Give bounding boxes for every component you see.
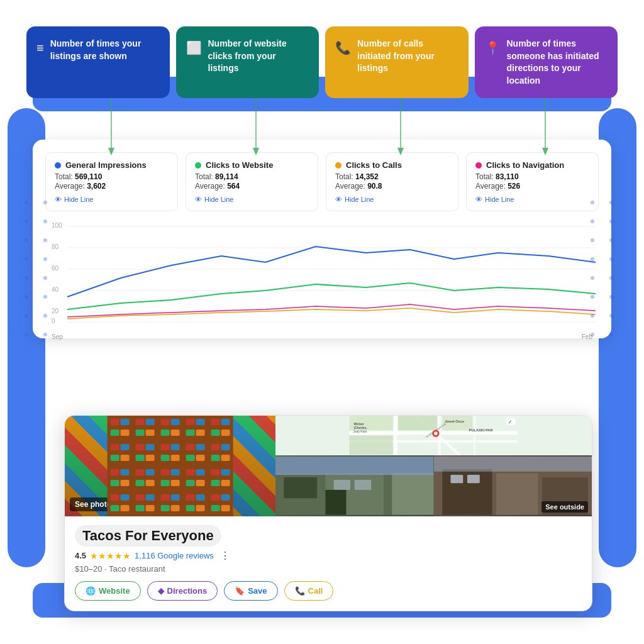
svg-text:40: 40: [52, 286, 59, 293]
dot-blue: [55, 162, 61, 169]
metric-avg-website: Average: 564: [195, 182, 309, 191]
call-phone-icon: 📞: [295, 586, 305, 596]
svg-rect-84: [334, 480, 350, 490]
svg-rect-67: [398, 416, 437, 430]
calls-icon: 📞: [335, 39, 351, 57]
eye-slash-icon-4: 👁: [475, 196, 482, 203]
svg-text:0: 0: [52, 318, 55, 325]
hide-line-website[interactable]: 👁 Hide Line: [195, 196, 309, 203]
svg-rect-62: [394, 416, 397, 455]
hide-line-calls[interactable]: 👁 Hide Line: [335, 196, 449, 203]
svg-text:(Charles,: (Charles,: [354, 426, 368, 430]
listing-map[interactable]: Wicker (Charles, Joel) Park Jewel-Osco P…: [275, 416, 592, 455]
metric-avg-navigation: Average: 526: [475, 182, 589, 191]
svg-rect-95: [450, 475, 463, 483]
svg-rect-92: [496, 474, 538, 515]
impressions-icon: ≡: [36, 39, 44, 57]
metric-total-impressions: Total: 569,110: [55, 172, 169, 181]
metric-card-calls: Clicks to Calls Total: 14,352 Average: 9…: [326, 152, 458, 211]
listing-right-photos: Wicker (Charles, Joel) Park Jewel-Osco P…: [275, 416, 592, 516]
svg-rect-64: [474, 416, 476, 455]
chart-x-labels: SepFeb: [45, 333, 599, 340]
svg-text:Joel) Park: Joel) Park: [353, 430, 367, 433]
save-bookmark-icon: 🔖: [235, 586, 245, 596]
listing-rating: 4.5 ★★★★★ 1,116 Google reviews ⋮: [75, 550, 582, 562]
street-photo-1[interactable]: [275, 455, 433, 516]
website-button[interactable]: 🌐 Website: [75, 581, 141, 601]
info-card-website: ⬜ Number of website clicks from your lis…: [176, 26, 319, 98]
main-photo-inner: See photos: [65, 416, 275, 516]
dot-orange: [335, 162, 341, 169]
metric-label-impressions: General Impressions: [65, 160, 147, 170]
svg-text:Jewel-Osco: Jewel-Osco: [445, 419, 465, 423]
info-card-impressions: ≡ Number of times your listings are show…: [26, 26, 170, 98]
listing-main-photo[interactable]: See photos: [65, 416, 275, 516]
dot-green: [195, 162, 201, 169]
svg-text:100: 100: [52, 222, 62, 229]
svg-text:⤢: ⤢: [508, 419, 512, 424]
website-icon: ⬜: [186, 39, 202, 57]
street-photo-2[interactable]: See outside: [434, 455, 592, 516]
main-container: ≡ Number of times your listings are show…: [14, 14, 630, 630]
svg-rect-87: [275, 457, 433, 475]
metric-label-navigation: Clicks to Navigation: [486, 160, 564, 170]
svg-rect-82: [284, 477, 317, 498]
metric-total-navigation: Total: 83,110: [475, 172, 589, 181]
metric-header-navigation: Clicks to Navigation: [475, 160, 589, 170]
hide-line-impressions[interactable]: 👁 Hide Line: [55, 196, 169, 203]
save-button[interactable]: 🔖 Save: [224, 581, 277, 601]
svg-text:60: 60: [52, 265, 59, 272]
svg-text:Wicker: Wicker: [354, 423, 364, 426]
metric-avg-calls: Average: 90.8: [335, 182, 449, 191]
directions-icon: 📍: [485, 39, 501, 57]
metric-card-website: Clicks to Website Total: 89,114 Average:…: [186, 152, 318, 211]
svg-rect-88: [326, 490, 347, 515]
metric-header-website: Clicks to Website: [195, 160, 309, 170]
info-card-calls: 📞 Number of calls initiated from your li…: [325, 26, 469, 98]
svg-rect-86: [392, 474, 433, 515]
svg-rect-85: [355, 480, 371, 490]
listing-info: Tacos For Everyone 4.5 ★★★★★ 1,116 Googl…: [65, 516, 592, 611]
chart-area: 100 80 60 40 20 0: [45, 221, 599, 328]
listing-street-photos: See outside: [275, 455, 592, 516]
map-svg: Wicker (Charles, Joel) Park Jewel-Osco P…: [275, 416, 592, 455]
hide-line-navigation[interactable]: 👁 Hide Line: [475, 196, 589, 203]
website-globe-icon: 🌐: [86, 586, 96, 596]
directions-button[interactable]: ◆ Directions: [147, 581, 218, 601]
svg-rect-96: [467, 475, 480, 483]
calls-text: Number of calls initiated from your list…: [357, 38, 458, 75]
svg-rect-69: [350, 436, 393, 455]
svg-rect-53: [108, 416, 233, 516]
reviews-link[interactable]: 1,116 Google reviews: [135, 551, 214, 560]
info-card-directions: 📍 Number of times someone has initiated …: [475, 26, 618, 98]
svg-text:20: 20: [52, 308, 59, 314]
metric-total-calls: Total: 14,352: [335, 172, 449, 181]
metric-header-calls: Clicks to Calls: [335, 160, 449, 170]
info-cards-row: ≡ Number of times your listings are show…: [26, 26, 618, 98]
rating-number: 4.5: [75, 551, 86, 560]
metric-card-navigation: Clicks to Navigation Total: 83,110 Avera…: [466, 152, 599, 211]
directions-nav-icon: ◆: [158, 586, 164, 596]
metric-avg-impressions: Average: 3,602: [55, 182, 169, 191]
svg-rect-94: [434, 457, 592, 472]
more-options-icon[interactable]: ⋮: [220, 550, 230, 562]
dot-pink: [475, 162, 482, 169]
metric-card-impressions: General Impressions Total: 569,110 Avera…: [45, 152, 178, 211]
listing-actions: 🌐 Website ◆ Directions 🔖 Save 📞 Call: [75, 581, 582, 601]
metrics-row: General Impressions Total: 569,110 Avera…: [45, 152, 599, 211]
listing-name: Tacos For Everyone: [75, 525, 221, 547]
impressions-text: Number of times your listings are shown: [50, 38, 160, 62]
metric-label-website: Clicks to Website: [206, 160, 273, 170]
metric-header-impressions: General Impressions: [55, 160, 169, 170]
eye-slash-icon-3: 👁: [335, 196, 342, 203]
metric-total-website: Total: 89,114: [195, 172, 309, 181]
svg-rect-91: [442, 469, 492, 515]
directions-text: Number of times someone has initiated di…: [507, 38, 608, 87]
chart-svg: 100 80 60 40 20 0: [45, 221, 599, 328]
metric-label-calls: Clicks to Calls: [346, 160, 402, 170]
stars: ★★★★★: [90, 551, 131, 561]
call-button[interactable]: 📞 Call: [284, 581, 334, 601]
listing-category: $10–20 · Taco restaurant: [75, 564, 582, 574]
svg-rect-68: [443, 416, 473, 430]
website-text: Number of website clicks from your listi…: [208, 38, 309, 75]
